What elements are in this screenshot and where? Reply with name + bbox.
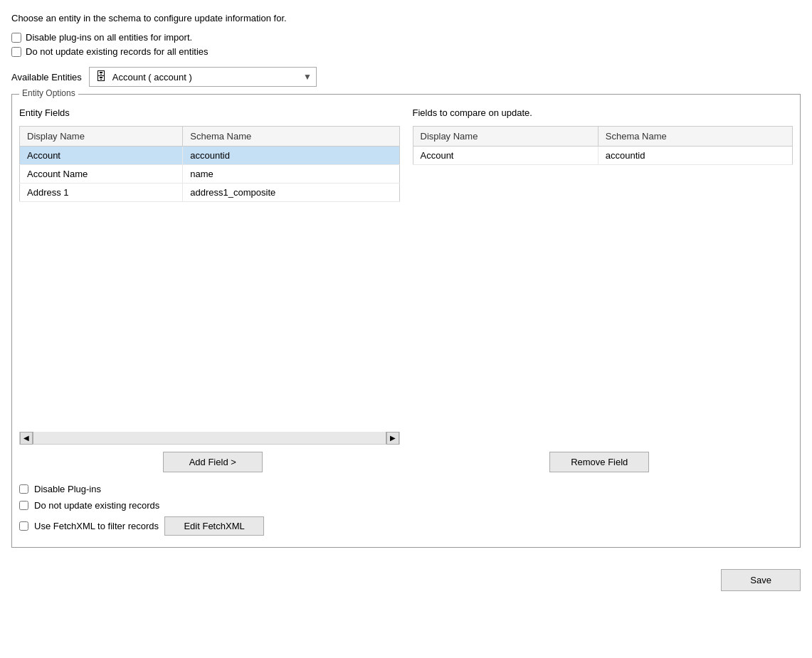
- entity-fields-table-wrapper[interactable]: Display Name Schema Name Account account…: [19, 126, 400, 432]
- table-row[interactable]: Address 1 address1_composite: [20, 184, 400, 202]
- edit-fetchxml-button[interactable]: Edit FetchXML: [164, 516, 264, 536]
- do-not-update-entity-checkbox[interactable]: [19, 501, 28, 510]
- add-field-button[interactable]: Add Field >: [163, 452, 263, 472]
- bottom-checkboxes-section: Disable Plug-ins Do not update existing …: [19, 484, 793, 536]
- fields-compare-table: Display Name Schema Name Account account…: [413, 126, 793, 165]
- save-row: Save: [11, 562, 801, 591]
- do-not-update-global-row: Do not update existing records for all e…: [11, 46, 801, 57]
- entity-fields-label: Entity Fields: [19, 107, 400, 120]
- entity-select-text: Account ( account ): [112, 72, 297, 83]
- save-button[interactable]: Save: [721, 569, 801, 591]
- do-not-update-global-checkbox[interactable]: [11, 47, 21, 57]
- entity-options-inner: Entity Fields Display Name Schema Name A…: [19, 107, 793, 445]
- chevron-down-icon: ▼: [303, 72, 312, 82]
- compare-field-schema: accountid: [598, 147, 792, 165]
- entity-options-legend: Entity Options: [19, 88, 78, 98]
- do-not-update-global-label: Do not update existing records for all e…: [26, 46, 209, 57]
- entity-fields-col-display: Display Name: [20, 127, 183, 147]
- disable-plugins-entity-label: Disable Plug-ins: [34, 484, 101, 494]
- use-fetchxml-row: Use FetchXML to filter records Edit Fetc…: [19, 516, 793, 536]
- scroll-left-arrow[interactable]: ◀: [20, 432, 33, 445]
- entity-field-schema: name: [183, 165, 399, 184]
- entity-select-dropdown[interactable]: 🗄 Account ( account ) ▼: [89, 67, 317, 87]
- fields-compare-label: Fields to compare on update.: [413, 107, 793, 120]
- entity-field-display: Account: [20, 147, 183, 165]
- action-buttons-row: Add Field > Remove Field: [19, 452, 793, 472]
- remove-field-button[interactable]: Remove Field: [549, 452, 649, 472]
- entity-field-schema: accountid: [183, 147, 399, 165]
- disable-plugins-entity-checkbox[interactable]: [19, 484, 28, 494]
- entity-field-display: Account Name: [20, 165, 183, 184]
- fields-compare-table-wrapper[interactable]: Display Name Schema Name Account account…: [413, 126, 793, 432]
- scroll-right-arrow[interactable]: ▶: [386, 432, 399, 445]
- disable-plugins-global-label: Disable plug-ins on all entities for imp…: [26, 32, 192, 43]
- right-buttons-area: Remove Field: [406, 452, 793, 472]
- available-entities-label: Available Entities: [11, 72, 82, 83]
- entity-field-schema: address1_composite: [183, 184, 399, 202]
- disable-plugins-global-row: Disable plug-ins on all entities for imp…: [11, 32, 801, 43]
- entity-fields-table: Display Name Schema Name Account account…: [19, 126, 400, 202]
- available-entities-row: Available Entities 🗄 Account ( account )…: [11, 67, 801, 87]
- entity-field-display: Address 1: [20, 184, 183, 202]
- entity-icon: 🗄: [94, 70, 108, 84]
- entity-fields-col-schema: Schema Name: [183, 127, 399, 147]
- do-not-update-entity-row: Do not update existing records: [19, 500, 793, 511]
- entity-options-group: Entity Options Entity Fields Display Nam…: [11, 94, 801, 548]
- scroll-track[interactable]: [33, 432, 386, 444]
- fields-compare-section: Fields to compare on update. Display Nam…: [413, 107, 793, 445]
- do-not-update-entity-label: Do not update existing records: [34, 500, 159, 511]
- disable-plugins-global-checkbox[interactable]: [11, 33, 21, 43]
- table-row[interactable]: Account accountid: [20, 147, 400, 165]
- left-buttons-area: Add Field >: [19, 452, 406, 472]
- compare-col-schema: Schema Name: [598, 127, 792, 147]
- disable-plugins-entity-row: Disable Plug-ins: [19, 484, 793, 494]
- use-fetchxml-checkbox[interactable]: [19, 521, 28, 531]
- compare-col-display: Display Name: [413, 127, 598, 147]
- intro-text: Choose an entity in the schema to config…: [11, 13, 801, 23]
- entity-fields-scrollbar: ◀ ▶: [19, 432, 400, 445]
- table-row[interactable]: Account Name name: [20, 165, 400, 184]
- table-row[interactable]: Account accountid: [413, 147, 793, 165]
- entity-fields-section: Entity Fields Display Name Schema Name A…: [19, 107, 400, 445]
- use-fetchxml-label: Use FetchXML to filter records: [34, 521, 159, 531]
- compare-field-display: Account: [413, 147, 598, 165]
